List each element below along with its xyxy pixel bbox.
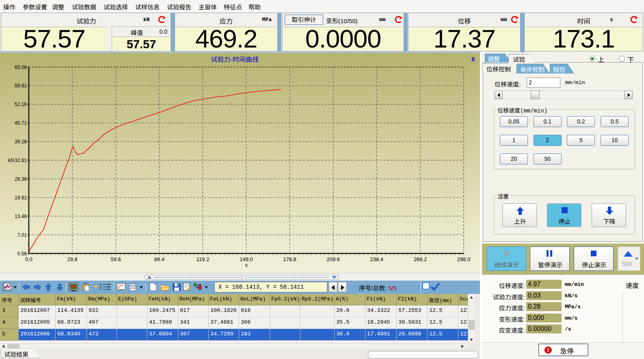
svg-text:238.4: 238.4 [370, 256, 384, 262]
svg-text:58.61: 58.61 [15, 83, 27, 89]
svg-text:208.6: 208.6 [326, 256, 340, 262]
svg-text:59.6: 59.6 [111, 256, 121, 262]
svg-text:13.46: 13.46 [15, 214, 27, 219]
svg-text:39.26: 39.26 [15, 139, 27, 145]
svg-text:0.0: 0.0 [25, 256, 32, 262]
svg-text:0.56: 0.56 [17, 251, 27, 257]
svg-text:32.81: 32.81 [15, 158, 27, 163]
svg-text:89.4: 89.4 [154, 256, 164, 262]
svg-text:65.06: 65.06 [15, 65, 27, 70]
svg-text:kN: kN [8, 158, 14, 163]
svg-text:149.0: 149.0 [240, 256, 253, 262]
svg-text:试验力-时间曲线: 试验力-时间曲线 [211, 56, 258, 63]
svg-text:26.36: 26.36 [15, 176, 27, 182]
svg-text:5: 5 [471, 56, 475, 63]
svg-text:7.01: 7.01 [17, 232, 27, 238]
svg-text:s: s [245, 262, 248, 268]
svg-text:119.2: 119.2 [197, 256, 210, 262]
svg-text:178.8: 178.8 [283, 256, 296, 262]
svg-text:45.71: 45.71 [15, 120, 27, 126]
svg-text:29.8: 29.8 [67, 256, 77, 262]
svg-text:19.91: 19.91 [15, 195, 27, 201]
svg-text:298.0: 298.0 [457, 256, 471, 262]
svg-text:268.2: 268.2 [414, 256, 427, 262]
svg-text:52.16: 52.16 [15, 102, 27, 107]
